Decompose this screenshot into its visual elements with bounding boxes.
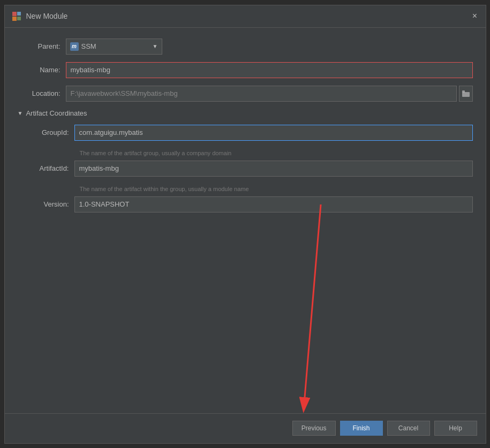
browse-folder-button[interactable]	[459, 86, 473, 102]
groupid-hint: The name of the artifact group, usually …	[26, 148, 473, 161]
dialog-footer: Previous Finish Cancel Help	[5, 413, 486, 443]
name-input[interactable]	[66, 62, 473, 78]
location-input[interactable]	[66, 86, 457, 102]
finish-button[interactable]: Finish	[340, 421, 383, 436]
artifactid-label: ArtifactId:	[26, 164, 74, 172]
title-bar: New Module ×	[5, 5, 486, 28]
groupid-input[interactable]	[74, 125, 473, 141]
artifactid-input[interactable]	[74, 161, 473, 177]
svg-rect-0	[12, 12, 17, 16]
new-module-dialog: New Module × Parent: SSM m ▼ Name: Loca	[4, 5, 486, 444]
close-button[interactable]: ×	[471, 12, 479, 20]
title-bar-left: New Module	[11, 11, 68, 21]
section-toggle-icon[interactable]: ▼	[18, 110, 23, 116]
svg-rect-1	[17, 12, 21, 16]
version-row: Version:	[26, 196, 473, 212]
help-button[interactable]: Help	[434, 421, 477, 436]
parent-select[interactable]: SSM	[66, 39, 162, 55]
parent-label: Parent:	[18, 42, 66, 50]
app-icon	[11, 11, 22, 21]
artifactid-row: ArtifactId:	[26, 161, 473, 177]
svg-rect-5	[462, 90, 465, 93]
artifact-section-body: GroupId: The name of the artifact group,…	[18, 125, 473, 212]
location-wrap	[66, 86, 473, 102]
version-input-wrap	[74, 196, 473, 212]
svg-line-7	[305, 204, 321, 397]
location-row: Location:	[18, 86, 473, 102]
location-label: Location:	[18, 89, 66, 97]
parent-row: Parent: SSM m ▼	[18, 39, 473, 55]
dialog-body: Parent: SSM m ▼ Name: Location:	[5, 28, 486, 413]
artifact-section-header: ▼ Artifact Coordinates	[18, 109, 473, 117]
artifactid-hint: The name of the artifact within the grou…	[26, 184, 473, 196]
groupid-input-wrap	[74, 125, 473, 141]
name-input-wrap	[66, 62, 473, 78]
svg-rect-3	[12, 17, 17, 21]
svg-rect-4	[462, 92, 470, 97]
artifact-section-title: Artifact Coordinates	[26, 109, 87, 117]
previous-button[interactable]: Previous	[292, 421, 336, 436]
version-label: Version:	[26, 200, 74, 208]
groupid-label: GroupId:	[26, 128, 74, 136]
name-label: Name:	[18, 66, 66, 74]
version-input[interactable]	[74, 196, 473, 212]
cancel-button[interactable]: Cancel	[387, 421, 430, 436]
dialog-title: New Module	[26, 12, 68, 20]
artifactid-input-wrap	[74, 161, 473, 177]
name-row: Name:	[18, 62, 473, 78]
svg-rect-2	[17, 17, 21, 20]
groupid-row: GroupId:	[26, 125, 473, 141]
parent-select-wrap: SSM m ▼	[66, 39, 162, 55]
